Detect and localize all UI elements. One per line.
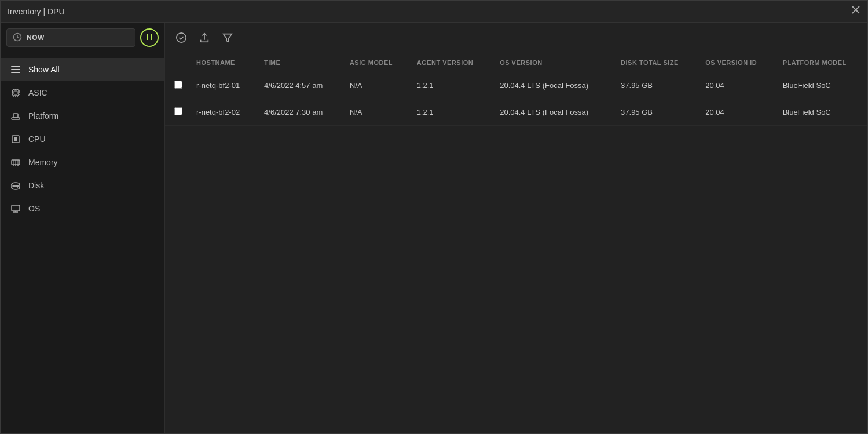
sidebar-item-show-all[interactable]: Show All [1, 58, 164, 81]
sidebar-item-memory-label: Memory [28, 158, 58, 167]
window-title: Inventory | DPU [8, 7, 65, 16]
sidebar-item-asic-label: ASIC [28, 88, 47, 97]
col-platform-model: PLATFORM MODEL [776, 53, 867, 72]
sidebar-item-asic[interactable]: ASIC [1, 81, 164, 104]
svg-rect-7 [11, 66, 20, 67]
svg-point-43 [177, 33, 186, 42]
svg-rect-27 [14, 137, 17, 141]
row-checkbox[interactable] [174, 81, 182, 89]
cell-platform_model: BlueField SoC [776, 72, 867, 99]
validate-button[interactable] [174, 31, 188, 45]
cell-agent_version: 1.2.1 [410, 72, 493, 99]
sidebar-item-platform-label: Platform [28, 111, 58, 121]
time-label: NOW [27, 34, 45, 42]
sidebar-item-cpu-label: CPU [28, 134, 46, 144]
time-selector[interactable]: NOW [6, 28, 135, 47]
checkbox-header [165, 53, 189, 72]
close-button[interactable] [851, 5, 860, 17]
cell-hostname: r-netq-bf2-01 [189, 72, 257, 99]
sidebar-toolbar: NOW [1, 23, 164, 53]
col-time: TIME [257, 53, 343, 72]
col-os-version-id: OS VERSION ID [698, 53, 775, 72]
table-row: r-netq-bf2-014/6/2022 4:57 amN/A1.2.120.… [165, 72, 867, 99]
sidebar-item-platform[interactable]: Platform [1, 104, 164, 127]
col-hostname: HOSTNAME [189, 53, 257, 72]
export-button[interactable] [197, 31, 211, 45]
pause-icon [145, 33, 153, 42]
list-icon [10, 64, 21, 75]
svg-rect-9 [11, 72, 20, 73]
app-window: Inventory | DPU NOW [0, 0, 868, 434]
svg-rect-25 [13, 114, 18, 118]
sidebar-item-os[interactable]: OS [1, 197, 164, 220]
sidebar-item-memory[interactable]: Memory [1, 151, 164, 174]
svg-rect-8 [11, 69, 20, 70]
cell-os_version: 20.04.4 LTS (Focal Fossa) [493, 99, 614, 126]
inventory-table: HOSTNAME TIME ASIC MODEL AGENT VERSION O… [165, 53, 867, 126]
row-checkbox[interactable] [174, 107, 182, 115]
disk-icon [10, 180, 21, 191]
sidebar-item-show-all-label: Show All [28, 65, 60, 74]
cell-os_version: 20.04.4 LTS (Focal Fossa) [493, 72, 614, 99]
cell-os_version_id: 20.04 [698, 72, 775, 99]
svg-rect-11 [14, 91, 17, 94]
table-header-row: HOSTNAME TIME ASIC MODEL AGENT VERSION O… [165, 53, 867, 72]
cell-disk_total_size: 37.95 GB [614, 99, 698, 126]
sidebar: NOW [1, 23, 165, 433]
row-checkbox-cell [165, 72, 189, 99]
cell-asic_model: N/A [343, 72, 410, 99]
sidebar-item-disk[interactable]: Disk [1, 174, 164, 197]
svg-point-35 [12, 186, 20, 189]
title-bar: Inventory | DPU [1, 1, 867, 23]
clock-icon [13, 32, 22, 43]
pause-button[interactable] [140, 28, 159, 47]
platform-icon [10, 110, 21, 122]
sidebar-item-os-label: OS [28, 204, 40, 213]
col-os-version: OS VERSION [493, 53, 614, 72]
cell-agent_version: 1.2.1 [410, 99, 493, 126]
filter-button[interactable] [221, 31, 235, 45]
svg-line-4 [17, 37, 19, 38]
cell-os_version_id: 20.04 [698, 99, 775, 126]
cell-time: 4/6/2022 4:57 am [257, 72, 343, 99]
cell-time: 4/6/2022 7:30 am [257, 99, 343, 126]
main-layout: NOW [1, 23, 867, 433]
cell-asic_model: N/A [343, 99, 410, 126]
chip-icon [10, 87, 21, 99]
cell-hostname: r-netq-bf2-02 [189, 99, 257, 126]
cpu-icon [10, 133, 21, 145]
svg-marker-47 [224, 34, 232, 42]
table-container: HOSTNAME TIME ASIC MODEL AGENT VERSION O… [165, 53, 867, 433]
sidebar-item-disk-label: Disk [28, 181, 44, 190]
svg-rect-5 [147, 34, 148, 40]
svg-rect-40 [12, 205, 20, 211]
col-disk-total-size: DISK TOTAL SIZE [614, 53, 698, 72]
svg-point-39 [17, 187, 18, 188]
memory-icon [10, 156, 21, 168]
sidebar-nav: Show All [1, 53, 164, 225]
sidebar-item-cpu[interactable]: CPU [1, 127, 164, 151]
table-row: r-netq-bf2-024/6/2022 7:30 amN/A1.2.120.… [165, 99, 867, 126]
svg-rect-6 [151, 34, 152, 40]
os-icon [10, 203, 21, 214]
cell-disk_total_size: 37.95 GB [614, 72, 698, 99]
content-area: HOSTNAME TIME ASIC MODEL AGENT VERSION O… [165, 23, 867, 433]
svg-point-38 [12, 183, 20, 186]
row-checkbox-cell [165, 99, 189, 126]
cell-platform_model: BlueField SoC [776, 99, 867, 126]
content-toolbar [165, 23, 867, 53]
col-agent-version: AGENT VERSION [410, 53, 493, 72]
col-asic-model: ASIC MODEL [343, 53, 410, 72]
